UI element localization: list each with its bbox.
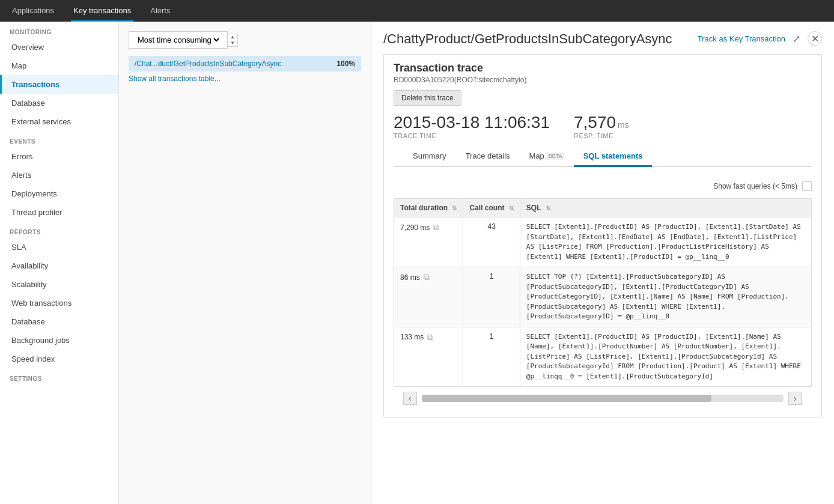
sidebar-section-reports: REPORTS SLA Availability Scalability Web… (0, 222, 118, 368)
table-row[interactable]: 86 ms ⧉ 1 SELECT TOP (?) [Extent1].[Prod… (394, 267, 812, 327)
sidebar-item-database[interactable]: Database (0, 94, 118, 112)
sidebar-section-events: EVENTS Errors Alerts Deployments Thread … (0, 131, 118, 222)
tabs-row: Summary Trace details Map BETA SQL state… (394, 147, 812, 167)
show-fast-queries-row: Show fast queries (< 5ms) (394, 181, 812, 191)
sidebar-item-deployments[interactable]: Deployments (0, 184, 118, 203)
col-total-duration[interactable]: Total duration ⇅ (394, 199, 463, 217)
time-consuming-select[interactable]: Most time consuming (135, 35, 221, 45)
beta-badge: BETA (547, 153, 564, 160)
trace-card-title: Transaction trace (394, 62, 812, 74)
main-content: Most time consuming ▲ ▼ /Chat...duct/Get… (119, 22, 834, 504)
trace-time-value: 2015-03-18 11:06:31 (394, 113, 550, 132)
trace-time-label: TRACE TIME (394, 132, 550, 139)
tab-sql-statements[interactable]: SQL statements (574, 147, 653, 167)
trace-card-inner: Transaction trace RD000D3A105220(ROOT:si… (384, 55, 821, 174)
sql-cell-1[interactable]: SELECT [Extent1].[ProductID] AS [Product… (520, 217, 811, 267)
scroll-right-button[interactable]: › (788, 392, 802, 405)
scrollbar-thumb[interactable] (422, 395, 711, 402)
nav-key-transactions[interactable]: Key transactions (71, 0, 133, 22)
scroll-left-button[interactable]: ‹ (403, 392, 417, 405)
sidebar-section-label-events: EVENTS (0, 131, 118, 147)
sql-table-header: Total duration ⇅ Call count ⇅ SQL ⇅ (394, 199, 812, 217)
tab-summary[interactable]: Summary (403, 147, 456, 167)
delete-trace-button[interactable]: Delete this trace (394, 90, 461, 106)
trace-card: Transaction trace RD000D3A105220(ROOT:si… (383, 54, 822, 417)
sidebar-item-sla[interactable]: SLA (0, 238, 118, 257)
sql-table-body: 7,290 ms ⧉ 43 SELECT [Extent1].[ProductI… (394, 217, 812, 387)
sql-text-2: SELECT TOP (?) [Extent1].[ProductSubcate… (526, 272, 805, 322)
tab-map[interactable]: Map BETA (520, 147, 574, 167)
trace-header: /ChattyProduct/GetProductsInSubCategoryA… (371, 22, 834, 47)
arrow-up-icon: ▲ (230, 34, 235, 40)
sidebar-item-thread-profiler[interactable]: Thread profiler (0, 203, 118, 222)
count-cell-3: 1 (463, 327, 520, 387)
copy-icon-2[interactable]: ⧉ (424, 272, 430, 282)
trace-metrics: 2015-03-18 11:06:31 TRACE TIME 7,570 ms … (394, 113, 812, 139)
resp-time-label: RESP. TIME (574, 132, 629, 139)
sql-text-3: SELECT [Extent1].[ProductID] AS [Product… (526, 332, 805, 382)
sort-count-icon: ⇅ (509, 205, 514, 211)
trace-time-metric: 2015-03-18 11:06:31 TRACE TIME (394, 113, 550, 139)
sidebar-section-label-monitoring: MONITORING (0, 22, 118, 38)
left-panel: Most time consuming ▲ ▼ /Chat...duct/Get… (119, 22, 371, 504)
arrow-down-icon: ▼ (230, 40, 235, 46)
sidebar-section-label-settings: SETTINGS (0, 368, 118, 384)
sql-cell-2[interactable]: SELECT TOP (?) [Extent1].[ProductSubcate… (520, 267, 811, 327)
most-time-consuming-dropdown[interactable]: Most time consuming (129, 31, 228, 49)
copy-icon-3[interactable]: ⧉ (427, 332, 433, 342)
sql-cell-3[interactable]: SELECT [Extent1].[ProductID] AS [Product… (520, 327, 811, 387)
transaction-pct: 100% (336, 59, 355, 68)
sidebar-item-overview[interactable]: Overview (0, 38, 118, 56)
sidebar-section-settings: SETTINGS (0, 368, 118, 384)
sidebar-item-scalability[interactable]: Scalability (0, 275, 118, 294)
sidebar-section-label-reports: REPORTS (0, 222, 118, 238)
right-panel: /ChattyProduct/GetProductsInSubCategoryA… (371, 22, 834, 504)
scrollbar-track[interactable] (422, 395, 784, 402)
sidebar-item-speed-index[interactable]: Speed index (0, 350, 118, 368)
transaction-name[interactable]: /Chat...duct/GetProductsInSubCategoryAsy… (135, 59, 281, 68)
show-all-transactions-link[interactable]: Show all transactions table... (129, 74, 221, 83)
tab-trace-details[interactable]: Trace details (456, 147, 520, 167)
count-cell-1: 43 (463, 217, 520, 267)
sidebar-item-web-transactions[interactable]: Web transactions (0, 294, 118, 312)
sidebar-item-alerts[interactable]: Alerts (0, 166, 118, 184)
sql-table: Total duration ⇅ Call count ⇅ SQL ⇅ (394, 198, 812, 387)
show-fast-queries-checkbox[interactable] (802, 181, 812, 191)
transaction-row[interactable]: /Chat...duct/GetProductsInSubCategoryAsy… (129, 56, 361, 71)
track-key-transaction-button[interactable]: Track as Key Transaction (698, 34, 785, 43)
resp-time-unit: ms (618, 120, 629, 130)
resp-time-metric: 7,570 ms RESP. TIME (574, 113, 629, 139)
page-title: /ChattyProduct/GetProductsInSubCategoryA… (383, 31, 672, 47)
col-call-count[interactable]: Call count ⇅ (463, 199, 520, 217)
dropdown-row: Most time consuming ▲ ▼ (129, 31, 361, 49)
sidebar: MONITORING Overview Map Transactions Dat… (0, 22, 119, 504)
sql-area: Show fast queries (< 5ms) Total duration… (384, 174, 821, 417)
trace-card-subtitle: RD000D3A105220(ROOT:sitecmchattyio) (394, 76, 812, 84)
sidebar-item-availability[interactable]: Availability (0, 257, 118, 275)
copy-icon-1[interactable]: ⧉ (433, 222, 439, 232)
col-sql[interactable]: SQL ⇅ (520, 199, 811, 217)
top-navigation: Applications Key transactions Alerts (0, 0, 834, 22)
count-cell-2: 1 (463, 267, 520, 327)
nav-applications[interactable]: Applications (10, 0, 56, 22)
table-row[interactable]: 133 ms ⧉ 1 SELECT [Extent1].[ProductID] … (394, 327, 812, 387)
sidebar-section-monitoring: MONITORING Overview Map Transactions Dat… (0, 22, 118, 131)
sql-text-1: SELECT [Extent1].[ProductID] AS [Product… (526, 222, 805, 262)
sidebar-item-background-jobs[interactable]: Background jobs (0, 331, 118, 350)
sidebar-item-transactions[interactable]: Transactions (0, 75, 118, 94)
close-button[interactable]: ✕ (808, 31, 822, 46)
nav-alerts[interactable]: Alerts (148, 0, 172, 22)
sidebar-item-map[interactable]: Map (0, 56, 118, 75)
duration-cell-2: 86 ms ⧉ (394, 267, 463, 327)
table-row[interactable]: 7,290 ms ⧉ 43 SELECT [Extent1].[ProductI… (394, 217, 812, 267)
resp-time-value: 7,570 ms (574, 113, 629, 132)
sidebar-item-database-reports[interactable]: Database (0, 312, 118, 331)
sidebar-item-external-services[interactable]: External services (0, 112, 118, 131)
sort-duration-icon: ⇅ (452, 205, 457, 211)
duration-cell-1: 7,290 ms ⧉ (394, 217, 463, 267)
dropdown-arrows[interactable]: ▲ ▼ (228, 34, 238, 47)
show-fast-queries-label: Show fast queries (< 5ms) (713, 182, 797, 190)
expand-icon[interactable]: ⤢ (793, 33, 800, 44)
horizontal-scrollbar: ‹ › (394, 387, 812, 410)
sidebar-item-errors[interactable]: Errors (0, 147, 118, 166)
